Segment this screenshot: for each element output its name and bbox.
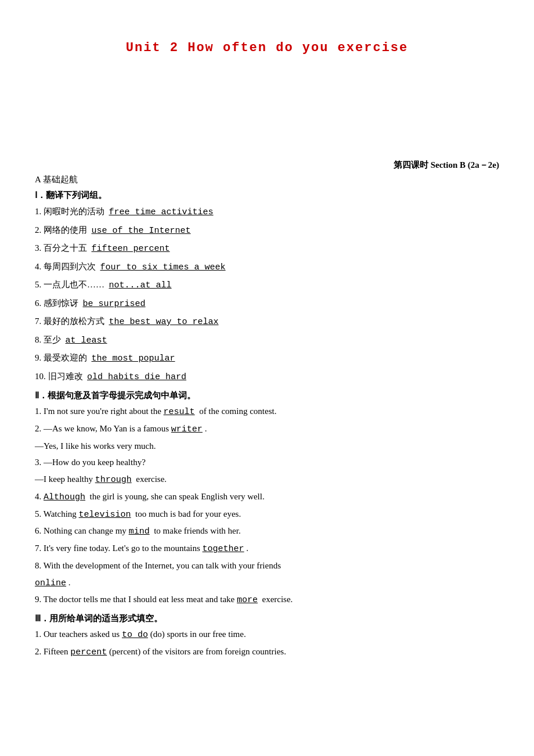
fill-answer: online [35,578,66,588]
fill-answer: more [237,595,258,605]
fill-answer: through [95,475,132,485]
fill-item: —I keep healthy through exercise. [35,471,499,488]
translation-answer: at least [66,336,107,345]
translation-item: 6. 感到惊讶 be surprised [35,295,499,313]
translation-item: 10. 旧习难改 old habits die hard [35,368,499,386]
fill-item: online . [35,575,499,592]
translation-item: 9. 最受欢迎的 the most popular [35,350,499,368]
translation-answer: fifteen percent [92,244,170,254]
fill-list: 1. I'm not sure you're right about the r… [35,404,499,609]
translation-item: 4. 每周四到六次 four to six times a week [35,258,499,276]
translation-list: 1. 闲暇时光的活动 free time activities2. 网络的使用 … [35,203,499,386]
section-iii-title: Ⅲ．用所给单词的适当形式填空。 [35,613,499,624]
fill-answer: television [79,510,131,520]
fill-item: 8. With the development of the Internet,… [35,558,499,574]
fill-answer: writer [171,424,203,434]
fill-item: 5. Watching television too much is bad f… [35,506,499,523]
translation-answer: the most popular [92,354,175,363]
section-header: 第四课时 Section B (2a－2e) [35,160,499,171]
form-answer: percent [70,647,107,657]
form-item: 2. Fifteen percent (percent) of the visi… [35,644,499,661]
fill-answer: mind [129,527,150,537]
translation-answer: the best way to relax [109,317,219,327]
translation-answer: old habits die hard [87,372,186,382]
translation-answer: use of the Internet [92,226,191,236]
fill-item: 6. Nothing can change my mind to make fr… [35,523,499,540]
fill-item: 9. The doctor tells me that I should eat… [35,592,499,609]
fill-item: 2. —As we know, Mo Yan is a famous write… [35,421,499,438]
translation-item: 5. 一点儿也不…… not...at all [35,276,499,294]
translation-item: 2. 网络的使用 use of the Internet [35,222,499,240]
section-a-label: A 基础起航 [35,174,499,185]
form-list: 1. Our teachers asked us to do (do) spor… [35,627,499,661]
translation-answer: four to six times a week [100,262,226,272]
fill-item: 3. —How do you keep healthy? [35,455,499,471]
section-i-title: Ⅰ．翻译下列词组。 [35,190,499,201]
fill-item: 1. I'm not sure you're right about the r… [35,404,499,420]
translation-item: 8. 至少 at least [35,332,499,350]
fill-item: 4. Although the girl is young, she can s… [35,489,499,506]
fill-answer: result [164,407,195,417]
page-title: Unit 2 How often do you exercise [35,41,499,55]
fill-item: 7. It's very fine today. Let's go to the… [35,541,499,557]
translation-answer: free time activities [109,207,214,217]
form-answer: to do [122,630,148,640]
translation-answer: not...at all [109,280,172,290]
translation-item: 7. 最好的放松方式 the best way to relax [35,313,499,331]
fill-answer: Although [44,492,85,502]
fill-item: —Yes, I like his works very much. [35,438,499,455]
form-item: 1. Our teachers asked us to do (do) spor… [35,627,499,643]
translation-item: 1. 闲暇时光的活动 free time activities [35,203,499,221]
section-ii-title: Ⅱ．根据句意及首字母提示完成句中单词。 [35,390,499,401]
translation-answer: be surprised [83,299,146,309]
fill-answer: together [203,544,244,554]
translation-item: 3. 百分之十五 fifteen percent [35,240,499,258]
